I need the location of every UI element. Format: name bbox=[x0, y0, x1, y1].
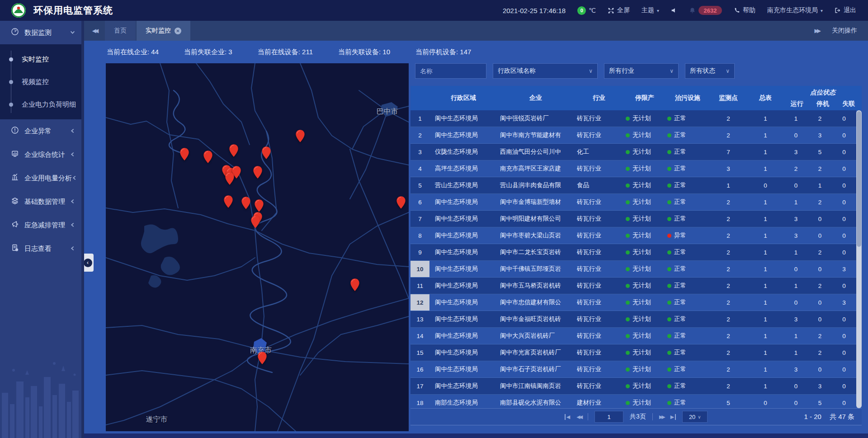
fullscreen-button[interactable]: 全屏 bbox=[608, 6, 630, 14]
map-pin[interactable] bbox=[261, 146, 271, 160]
city-label: 遂宁市 bbox=[146, 414, 168, 424]
map-pin[interactable] bbox=[203, 150, 213, 164]
row-index-cell: 2 bbox=[410, 127, 429, 143]
sidebar-item-7[interactable]: 日志查看 bbox=[0, 237, 81, 260]
map-pin[interactable] bbox=[229, 144, 239, 157]
map-pin[interactable] bbox=[223, 195, 233, 208]
sidebar-subitem-实时监控[interactable]: 实时监控 bbox=[0, 48, 81, 71]
close-icon[interactable]: ✕ bbox=[175, 28, 181, 34]
next-page-button[interactable]: ▶▶ bbox=[659, 414, 664, 420]
table-scrollbar[interactable] bbox=[856, 110, 862, 408]
fullscreen-icon bbox=[608, 7, 614, 14]
table-row[interactable]: 11阆中生态环境局阆中市五马桥页岩机砖砖瓦行业无计划正常21120 bbox=[410, 278, 856, 294]
table-row[interactable]: 6阆中生态环境局阆中市金博瑞新型墙材砖瓦行业无计划正常21120 bbox=[410, 194, 856, 211]
industry-filter-select[interactable]: 所有行业 ∨ bbox=[604, 63, 679, 79]
map-pin[interactable] bbox=[295, 129, 305, 143]
theme-button[interactable]: 主题▾ bbox=[642, 6, 659, 14]
status-dot-green bbox=[626, 150, 630, 154]
map-pin[interactable] bbox=[257, 351, 267, 365]
monitor-points-cell: 2 bbox=[710, 378, 747, 394]
page-title: 环保用电监管系统 bbox=[33, 4, 113, 17]
enterprise-table-panel: 行政区域名称 ∨ 所有行业 ∨ 所有状态 ∨ 行政区域 企业 行业 停限产 治污… bbox=[410, 63, 862, 425]
sidebar-item-1[interactable]: 数据监测 bbox=[0, 21, 81, 44]
table-row[interactable]: 2阆中生态环境局阆中市南方节能建材有砖瓦行业无计划正常21030 bbox=[410, 127, 856, 144]
table-row[interactable]: 8阆中生态环境局阆中市枣碧大梁山页岩砖瓦行业无计划异常21300 bbox=[410, 227, 856, 244]
sidebar-item-2[interactable]: 企业异常 bbox=[0, 119, 81, 143]
running-count-cell: 0 bbox=[784, 177, 808, 193]
map-pin[interactable] bbox=[350, 278, 360, 292]
last-page-button[interactable]: ▶ bbox=[670, 414, 676, 420]
region-filter-select[interactable]: 行政区域名称 ∨ bbox=[493, 63, 598, 79]
status-dot-green bbox=[667, 250, 671, 254]
notifications-button[interactable]: 2632 bbox=[689, 6, 722, 15]
help-button[interactable]: 帮助 bbox=[734, 6, 755, 14]
scrollbar-thumb[interactable] bbox=[857, 111, 861, 247]
sidebar-item-3[interactable]: 企业综合统计 bbox=[0, 143, 81, 166]
offline-count-cell: 0 bbox=[832, 344, 856, 361]
sidebar-subitem-label: 实时监控 bbox=[22, 55, 49, 64]
first-page-button[interactable]: ◀ bbox=[565, 414, 570, 420]
table-row[interactable]: 5营山生态环境局营山县润丰肉食品有限食品无计划正常10010 bbox=[410, 177, 856, 194]
mute-button[interactable] bbox=[671, 7, 677, 14]
pollution-facility-cell: 正常 bbox=[665, 261, 710, 277]
region-cell: 阆中生态环境局 bbox=[429, 261, 497, 277]
table-row[interactable]: 16阆中生态环境局阆中市石子页岩机砖厂砖瓦行业无计划正常21300 bbox=[410, 361, 856, 378]
table-row[interactable]: 13阆中生态环境局阆中市金福旺页岩机砖砖瓦行业无计划正常21300 bbox=[410, 311, 856, 328]
table-row[interactable]: 3仪陇生态环境局西南油气田分公司川中化工无计划正常71350 bbox=[410, 144, 856, 160]
table-row[interactable]: 9阆中生态环境局阆中市二龙长宝页岩砖砖瓦行业无计划正常21120 bbox=[410, 244, 856, 261]
page-size-select[interactable]: 20 ∨ bbox=[682, 411, 708, 423]
map-pin[interactable] bbox=[253, 165, 263, 179]
tab-item[interactable]: 实时监控✕ bbox=[137, 21, 190, 41]
total-count-label: 共 47 条 bbox=[830, 413, 854, 421]
table-row[interactable]: 12阆中生态环境局阆中市忠信建材有限公砖瓦行业无计划正常21003 bbox=[410, 294, 856, 311]
page-number-input[interactable] bbox=[594, 411, 623, 423]
sidebar-item-6[interactable]: 应急减排管理 bbox=[0, 213, 81, 237]
table-row[interactable]: 17阆中生态环境局阆中市江南镇阆南页岩砖瓦行业无计划正常21030 bbox=[410, 378, 856, 395]
table-row[interactable]: 18南部生态环境局南部县砚化水泥有限公建材行业无计划正常50050 bbox=[410, 395, 856, 408]
logout-button[interactable]: 退出 bbox=[835, 6, 856, 14]
table-row[interactable]: 14阆中生态环境局阆中大兴页岩机砖厂砖瓦行业无计划正常21120 bbox=[410, 328, 856, 344]
tab-item[interactable]: 首页 bbox=[105, 21, 136, 41]
map-pin[interactable] bbox=[396, 196, 406, 209]
col-header-stopped: 停机 bbox=[810, 98, 835, 110]
stop-production-cell: 无计划 bbox=[624, 177, 665, 193]
sidebar-item-5[interactable]: 基础数据管理 bbox=[0, 190, 81, 213]
sidebar-subitem-视频监控[interactable]: 视频监控 bbox=[0, 71, 81, 93]
tabs-scroll-right-button[interactable]: ▶▶ bbox=[815, 28, 819, 34]
offline-count-cell: 0 bbox=[832, 110, 856, 127]
table-row[interactable]: 15阆中生态环境局阆中市光富页岩机砖厂砖瓦行业无计划正常21120 bbox=[410, 344, 856, 361]
org-menu-button[interactable]: 南充市生态环境局▾ bbox=[767, 6, 823, 14]
prev-page-button[interactable]: ◀◀ bbox=[576, 414, 581, 420]
tabs-scroll-left-button[interactable]: ◀◀ bbox=[84, 21, 105, 41]
map-pin[interactable] bbox=[254, 199, 264, 212]
speaker-icon bbox=[671, 7, 677, 14]
sidebar-item-4[interactable]: 企业用电量分析 bbox=[0, 166, 81, 190]
stop-production-cell: 无计划 bbox=[624, 244, 665, 260]
industry-cell: 砖瓦行业 bbox=[574, 127, 624, 143]
map-panel[interactable]: 巴中市南充市遂宁市 bbox=[106, 63, 409, 431]
monitor-points-cell: 2 bbox=[710, 211, 747, 227]
status-dot-green bbox=[667, 150, 671, 154]
city-skyline-decoration bbox=[0, 339, 81, 438]
table-row[interactable]: 1阆中生态环境局阆中强锐页岩砖厂砖瓦行业无计划正常21120 bbox=[410, 110, 856, 127]
close-operations-button[interactable]: 关闭操作 bbox=[832, 27, 857, 35]
map-pin[interactable] bbox=[250, 215, 260, 229]
status-dot-green bbox=[667, 301, 671, 305]
name-filter-input[interactable] bbox=[415, 63, 486, 79]
table-row[interactable]: 7阆中生态环境局阆中明阳建材有限公司砖瓦行业无计划正常21300 bbox=[410, 211, 856, 227]
col-header-total-meters: 总表 bbox=[747, 86, 784, 110]
datetime: 2021-02-25 17:46:18 bbox=[503, 7, 566, 14]
status-filter-select[interactable]: 所有状态 ∨ bbox=[685, 63, 735, 79]
status-dot-green bbox=[667, 284, 671, 288]
map-pin[interactable] bbox=[225, 172, 235, 185]
log-icon bbox=[11, 244, 19, 254]
offline-count-cell: 0 bbox=[832, 194, 856, 210]
status-dot-green bbox=[667, 401, 671, 405]
map-pin[interactable] bbox=[179, 147, 189, 161]
map-pin[interactable] bbox=[241, 196, 251, 210]
gauge-icon bbox=[11, 28, 19, 38]
sidebar-subitem-企业电力负荷明细[interactable]: 企业电力负荷明细 bbox=[0, 93, 81, 116]
table-row[interactable]: 10阆中生态环境局阆中千佛镇五郎垭页岩砖瓦行业无计划正常21003 bbox=[410, 261, 856, 278]
table-row[interactable]: 4高坪生态环境局南充市高坪区王家店建砖瓦行业无计划正常31220 bbox=[410, 160, 856, 177]
total-meters-cell: 1 bbox=[747, 328, 784, 344]
